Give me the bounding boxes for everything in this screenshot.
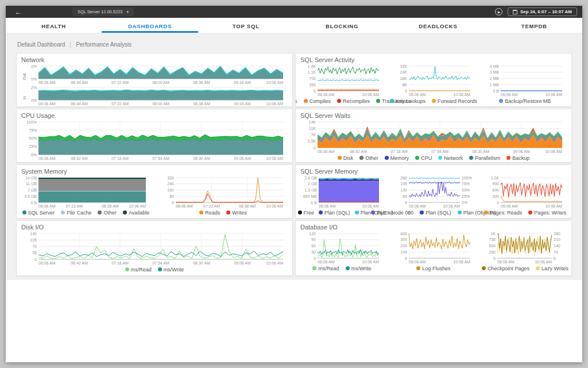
svg-text:240: 240 [167,182,174,186]
tab-tempdb[interactable]: TEMPDB [486,18,582,33]
svg-text:10:06 AM: 10:06 AM [454,260,471,264]
svg-text:0%: 0% [462,201,467,205]
panel-title: SQL Server Activity [300,56,567,63]
panel-network: Network Out 2%0%06:06 AM06:44 AM07:22 AM… [16,53,293,107]
svg-text:2 GB: 2 GB [308,182,317,186]
svg-text:06:06 AM: 06:06 AM [176,204,193,208]
panel-cpu-usage: CPU Usage 100%75%50%25%0%06:06 AM06:42 A… [16,109,293,163]
svg-text:0: 0 [314,146,316,150]
breadcrumb-dashboard[interactable]: Default Dashboard [17,41,65,48]
svg-text:10:06 AM: 10:06 AM [454,93,471,97]
database-io-checkpoint-chart[interactable]: 1K750500250028021014070006:06 AM10:06 AM [483,231,567,264]
svg-text:07:54 AM: 07:54 AM [431,150,448,154]
svg-text:100%: 100% [462,176,472,180]
svg-text:8K: 8K [403,83,408,87]
database-io-latency-chart[interactable]: 120906030006:06 AM10:06 AM [300,231,384,264]
panel-title: Disk I/O [21,224,288,231]
legend-item: Parallelism [469,155,500,161]
svg-text:08:38 AM: 08:38 AM [193,80,210,85]
svg-text:09:06 AM: 09:06 AM [234,261,251,265]
svg-text:07:22 AM: 07:22 AM [111,102,129,106]
legend-item: Recompiles [337,98,370,104]
svg-text:140: 140 [554,244,560,248]
svg-text:07:18 AM: 07:18 AM [111,156,129,160]
chevron-down-icon: ▾ [127,10,129,14]
svg-text:0%: 0% [31,77,37,81]
svg-text:06:06 AM: 06:06 AM [318,150,335,154]
svg-text:06:06 AM: 06:06 AM [38,261,56,265]
svg-text:10:06 AM: 10:06 AM [443,204,461,208]
svg-text:10:06 AM: 10:06 AM [266,261,283,265]
server-selector-value: SQL Server 12.00.5223 [78,9,123,14]
top-bar-right: ▶ Sep 24, 6:07 – 10:07 AM [495,7,577,16]
svg-text:25%: 25% [29,144,37,148]
activity-batches-legend: BatchesCompilesRecompilesTransactions [300,97,384,105]
svg-text:09:16 AM: 09:16 AM [234,80,251,85]
svg-text:0: 0 [34,258,37,262]
legend-item: ms/Write [158,267,184,273]
svg-text:09:16 AM: 09:16 AM [234,102,251,106]
svg-text:1.4K: 1.4K [308,64,316,68]
svg-text:07:22 AM: 07:22 AM [111,80,129,85]
network-in-chart[interactable]: 2%0%06:06 AM06:44 AM07:22 AM08:00 AM08:3… [27,85,288,106]
svg-text:280: 280 [554,232,560,236]
svg-text:09:06 AM: 09:06 AM [513,150,530,154]
tab-top-sql[interactable]: TOP SQL [198,18,294,33]
system-memory-stack-chart[interactable]: 14 GB11 GB7 GB3.5 GB0 B06:06 AM07:22 AM0… [21,175,150,209]
svg-text:07:22 AM: 07:22 AM [203,204,220,208]
back-button[interactable]: ← [15,9,22,16]
legend-item: Pages: Writes [528,210,566,216]
system-memory-io-chart[interactable]: 32024016080006:06 AM07:22 AM08:38 AM10:0… [158,175,288,209]
svg-text:80: 80 [169,194,174,198]
legend-item: File Cache [61,210,91,216]
sql-memory-pages-chart[interactable]: 1.2K900600300006:06 AM10:06 AM [483,175,567,209]
svg-text:0: 0 [554,256,556,260]
activity-backup-chart[interactable]: 4 MB3 MB2 MB1 MB0 B06:06 AM10:06 AM [483,64,567,97]
svg-text:1.1K: 1.1K [308,70,316,74]
svg-text:2%: 2% [31,86,37,90]
svg-text:06:06 AM: 06:06 AM [501,204,518,208]
svg-text:32K: 32K [400,64,408,68]
activity-batches-chart[interactable]: 1.4K1.1K700350006:06 AM10:06 AM [300,64,384,97]
svg-text:14K: 14K [309,120,316,124]
svg-text:90: 90 [311,237,316,241]
svg-text:14 GB: 14 GB [25,176,37,180]
tab-blocking[interactable]: BLOCKING [294,18,390,33]
svg-text:0: 0 [172,201,174,205]
svg-text:16K: 16K [400,76,408,80]
svg-text:100: 100 [401,250,408,254]
svg-text:0 B: 0 B [311,201,317,205]
svg-text:200: 200 [401,244,408,248]
sql-server-waits-chart[interactable]: 14K11K7K3.5K006:06 AM06:42 AM07:18 AM07:… [300,120,567,154]
legend-item: Writes [226,210,246,216]
svg-text:0: 0 [314,89,316,93]
svg-text:06:44 AM: 06:44 AM [71,102,88,106]
tab-deadlocks[interactable]: DEADLOCKS [390,18,486,33]
sql-memory-buffer-chart[interactable]: 2.6 GB2 GB1.3 GB650 MB0 B06:06 AM10:06 A… [300,175,384,209]
svg-text:0: 0 [497,201,499,205]
play-button[interactable]: ▶ [495,8,502,16]
legend-item: Other [98,210,117,216]
network-out-chart[interactable]: 2%0%06:06 AM06:44 AM07:22 AM08:00 AM08:3… [27,64,288,85]
tab-health[interactable]: HEALTH [6,18,102,33]
svg-text:70: 70 [554,250,558,254]
cpu-usage-chart[interactable]: 100%75%50%25%0%06:06 AM06:42 AM07:18 AM0… [21,120,288,161]
svg-text:10:06 AM: 10:06 AM [266,80,283,85]
svg-text:11K: 11K [309,126,316,131]
svg-text:10:06 AM: 10:06 AM [362,260,379,264]
calendar-icon [513,10,517,14]
date-range-picker[interactable]: Sep 24, 6:07 – 10:07 AM [508,7,577,16]
app-window: ← SQL Server 12.00.5223 ▾ ▶ Sep 24, 6:07… [6,6,582,362]
database-io-logflush-chart[interactable]: 400300200100006:06 AM10:06 AM [392,231,475,264]
database-io-checkpoint-legend: Checkpoint PagesLazy Writes [483,264,567,272]
legend-item: CPU [415,155,432,161]
disk-io-chart[interactable]: 1401057035006:06 AM06:42 AM07:18 AM07:54… [21,231,288,266]
legend-item: Free [298,210,315,216]
server-selector-dropdown[interactable]: SQL Server 12.00.5223 ▾ [72,7,134,16]
disk-io-legend: ms/Readms/Write [21,266,288,273]
svg-text:0: 0 [405,201,407,205]
tab-dashboards[interactable]: DASHBOARDS [102,18,198,33]
activity-lookups-chart[interactable]: 32K24K16K8K006:06 AM10:06 AM [392,64,475,97]
top-bar: ← SQL Server 12.00.5223 ▾ ▶ Sep 24, 6:07… [6,6,582,18]
sql-memory-ple-chart[interactable]: 260195130650100%75%50%25%0%06:06 AM10:06… [392,175,475,209]
